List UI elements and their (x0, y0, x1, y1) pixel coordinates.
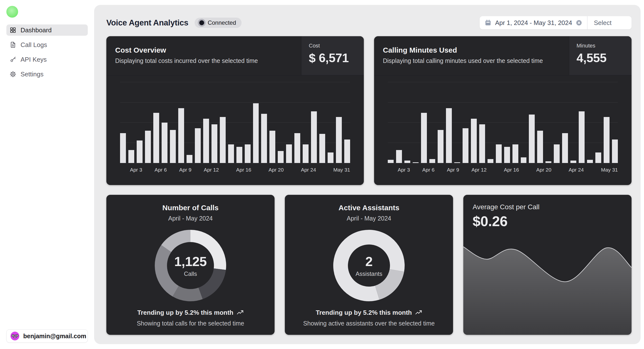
x-tick-label (559, 167, 561, 173)
bar (438, 130, 444, 163)
bar (388, 160, 394, 163)
trending-up-icon (237, 309, 244, 316)
bar (570, 161, 576, 163)
bar (203, 119, 209, 163)
card-title: Cost Overview (115, 46, 292, 54)
cost-overview-card: Cost Overview Displaying total costs inc… (106, 36, 364, 185)
date-range-picker[interactable]: Apr 1, 2024 - May 31, 2024 (480, 16, 587, 29)
x-tick-label (226, 167, 228, 173)
x-tick-label: Apr 24 (301, 167, 316, 173)
x-tick-label (462, 167, 464, 173)
status-label: Connected (208, 19, 236, 26)
x-tick-label (231, 167, 234, 173)
sidebar-item-call-logs[interactable]: Call Logs (6, 39, 88, 51)
bar (303, 144, 308, 163)
date-range-text: Apr 1, 2024 - May 31, 2024 (495, 19, 572, 27)
x-tick-label: Apr 6 (154, 167, 167, 173)
stat-value: $ 6,571 (309, 51, 356, 65)
x-labels: Apr 3Apr 6Apr 9Apr 12Apr 16Apr 20Apr 24M… (120, 167, 350, 173)
sidebar-item-settings[interactable]: Settings (6, 69, 88, 80)
card-title: Active Assistants (285, 204, 453, 212)
gear-icon (10, 71, 16, 77)
sidebar-item-api-keys[interactable]: API Keys (6, 54, 88, 65)
sidebar-item-label: API Keys (20, 56, 47, 63)
x-tick-label (125, 167, 128, 173)
x-tick-label: Apr 9 (447, 167, 459, 173)
trend-text: Trending up by 5.2% this month (138, 309, 234, 316)
bar (261, 114, 267, 163)
x-tick-label (499, 167, 502, 173)
bar (319, 134, 325, 163)
key-icon (10, 56, 16, 63)
x-tick-label (296, 167, 298, 173)
x-tick-label: Apr 9 (179, 167, 192, 173)
footer-note: Showing total calls for the selected tim… (106, 320, 274, 327)
x-tick-label (526, 167, 529, 173)
bar (212, 124, 217, 163)
stat-value: 4,555 (576, 51, 624, 65)
card-title: Number of Calls (106, 204, 274, 212)
file-text-icon (10, 42, 16, 48)
main-panel: Voice Agent Analytics Connected Apr 1, 2… (94, 5, 640, 344)
x-labels: Apr 3Apr 6Apr 9Apr 12Apr 16Apr 20Apr 24M… (388, 167, 618, 173)
avg-cost-value: $0.26 (472, 213, 622, 229)
bar (145, 131, 151, 163)
bar (612, 140, 618, 163)
bar (336, 117, 342, 163)
select-label: Select (594, 19, 612, 27)
x-tick-label (489, 167, 492, 173)
bar (236, 147, 242, 163)
connection-status-badge: Connected (194, 18, 241, 28)
bar (554, 144, 560, 163)
minutes-stat-panel: Minutes 4,555 (569, 36, 632, 75)
x-tick-label: Apr 3 (398, 167, 410, 173)
bar (471, 119, 477, 163)
bar (153, 113, 159, 163)
bar (587, 160, 593, 163)
sidebar-nav: Dashboard Call Logs API Keys Settings (6, 25, 88, 80)
x-tick-label (564, 167, 566, 173)
bar (278, 151, 284, 163)
card-subtitle: Displaying total calling minutes used ov… (383, 57, 560, 64)
x-tick-label (145, 167, 147, 173)
x-tick-label: Apr 24 (569, 167, 584, 173)
user-email: benjamin@gmail.com (23, 332, 86, 340)
bar (286, 144, 292, 163)
bar (120, 133, 126, 163)
date-select-button[interactable]: Select (588, 16, 632, 29)
bar (137, 141, 142, 163)
donut-total: 2 (365, 254, 372, 269)
x-tick-label (412, 167, 415, 173)
bar (479, 124, 485, 163)
bar (228, 144, 234, 163)
bar (454, 162, 460, 163)
footer-note: Showing active assistants over the selec… (285, 320, 453, 327)
bar-chart: Apr 3Apr 6Apr 9Apr 12Apr 16Apr 20Apr 24M… (106, 75, 364, 185)
stat-label: Minutes (576, 43, 624, 49)
x-tick-label (554, 167, 556, 173)
bar (195, 128, 201, 163)
bar (253, 103, 259, 163)
x-tick-label (199, 167, 201, 173)
bar (311, 111, 317, 163)
x-tick-label (531, 167, 534, 173)
donut-unit: Calls (184, 270, 197, 277)
bar-chart: Apr 3Apr 6Apr 9Apr 12Apr 16Apr 20Apr 24M… (374, 75, 632, 185)
x-tick-label (318, 167, 321, 173)
bar (294, 133, 300, 163)
x-tick-label (286, 167, 288, 173)
stat-label: Cost (309, 43, 356, 49)
cost-stat-panel: Cost $ 6,571 (301, 36, 364, 75)
sidebar-item-label: Dashboard (20, 27, 52, 34)
avatar (10, 332, 19, 340)
x-tick-label (169, 167, 172, 173)
sidebar: Dashboard Call Logs API Keys Settings be… (0, 0, 94, 349)
user-account-button[interactable]: benjamin@gmail.com (6, 329, 88, 343)
x-tick-label: Apr 20 (268, 167, 284, 173)
bar (529, 115, 535, 163)
clear-date-icon[interactable] (576, 20, 582, 26)
card-title: Average Cost per Call (472, 203, 622, 211)
date-range-control: Apr 1, 2024 - May 31, 2024 Select (480, 16, 632, 29)
bar (270, 131, 275, 163)
sidebar-item-dashboard[interactable]: Dashboard (6, 25, 88, 36)
